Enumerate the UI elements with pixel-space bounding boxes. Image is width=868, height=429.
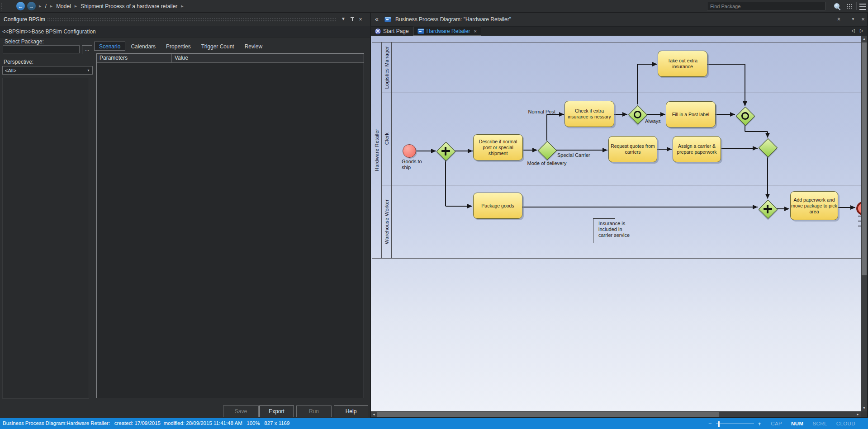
diagram-title-bar: « Business Process Diagram: "Hardware Re… bbox=[371, 13, 868, 27]
run-button[interactable]: Run bbox=[296, 405, 332, 417]
menu-icon[interactable] bbox=[859, 4, 866, 10]
sequence-flow bbox=[637, 64, 637, 104]
collapse-up-icon[interactable]: » bbox=[835, 18, 842, 21]
toggle-cloud[interactable]: CLOUD bbox=[836, 421, 855, 426]
task-describe-if-normal[interactable]: Describe if normal post or special shipm… bbox=[473, 134, 523, 160]
breadcrumb-separator-icon: ▶ bbox=[75, 5, 77, 8]
navigate-back-button[interactable]: ← bbox=[16, 2, 25, 10]
flow-label-always: Always bbox=[645, 118, 668, 124]
arrowhead-icon bbox=[784, 207, 789, 211]
gateway-parallel-6[interactable] bbox=[758, 199, 778, 219]
matrix-grid-icon[interactable] bbox=[847, 4, 852, 9]
package-input[interactable] bbox=[3, 45, 80, 53]
task-assign-a-carrier[interactable]: Assign a carrier & prepare paperwork bbox=[673, 136, 721, 162]
tab-scroll-left-icon[interactable]: ◁ bbox=[851, 28, 855, 33]
task-take-out-extra[interactable]: Take out extra insurance bbox=[658, 51, 707, 77]
flow-label-mode-of-delievery: Mode of delievery bbox=[524, 160, 569, 166]
scroll-right-icon[interactable]: ► bbox=[855, 412, 861, 417]
plus-icon-bar bbox=[445, 147, 446, 156]
breadcrumb-item-shipment-process-of-a-hardware-retailer[interactable]: Shipment Process of a hardware retailer bbox=[81, 3, 177, 9]
search-icon[interactable] bbox=[834, 3, 841, 10]
diagram-canvas[interactable]: Hardware RetailerLogistics ManagerClerkW… bbox=[371, 36, 861, 411]
end-event[interactable] bbox=[856, 202, 861, 215]
horizontal-scrollbar[interactable]: ◄ ► bbox=[371, 411, 861, 417]
scroll-down-icon[interactable]: ▼ bbox=[861, 405, 867, 411]
lane-clerk[interactable]: Clerk bbox=[382, 93, 392, 185]
gateway-inclusive-3[interactable] bbox=[628, 105, 647, 124]
tab-scenario[interactable]: Scenario bbox=[94, 42, 125, 51]
diagram-close-icon[interactable]: × bbox=[859, 16, 867, 23]
panel-title: Configure BPSim bbox=[4, 16, 45, 23]
tab-review[interactable]: Review bbox=[240, 42, 267, 51]
tab-label: Hardware Retailer bbox=[427, 28, 470, 34]
start-event[interactable] bbox=[403, 144, 416, 158]
tab-hardware-retailer[interactable]: Hardware Retailer× bbox=[413, 27, 481, 36]
toggle-num[interactable]: NUM bbox=[791, 421, 803, 426]
task-check-if-extra[interactable]: Check if extra insurance is nessary bbox=[564, 101, 614, 127]
pool-label: Hardware Retailer bbox=[374, 129, 379, 171]
tab-calendars[interactable]: Calendars bbox=[126, 42, 161, 51]
export-button[interactable]: Export bbox=[259, 405, 294, 417]
horizontal-scrollbar-thumb[interactable] bbox=[377, 412, 719, 417]
tab-properties[interactable]: Properties bbox=[161, 42, 196, 51]
lane-label: Logistics Manager bbox=[384, 46, 389, 89]
toggle-scrl[interactable]: SCRL bbox=[812, 421, 827, 426]
gateway-exclusive-2[interactable] bbox=[537, 141, 557, 160]
collapse-left-icon[interactable]: « bbox=[375, 15, 379, 23]
tab-label: Start Page bbox=[383, 28, 409, 34]
package-tree[interactable] bbox=[2, 78, 89, 399]
tab-start-page[interactable]: Start Page bbox=[371, 27, 413, 36]
sequence-flow bbox=[745, 64, 745, 106]
back-arrow-icon: ← bbox=[18, 3, 24, 9]
sequence-flow bbox=[546, 114, 547, 141]
tab-scroll-right-icon[interactable]: ▷ bbox=[860, 28, 863, 33]
tab-trigger-count[interactable]: Trigger Count bbox=[196, 42, 239, 51]
help-button[interactable]: Help bbox=[334, 405, 368, 417]
arrowhead-icon bbox=[559, 112, 564, 117]
forward-arrow-icon: → bbox=[29, 3, 34, 9]
panel-title-dots bbox=[47, 18, 337, 22]
toggle-cap[interactable]: CAP bbox=[771, 421, 782, 426]
task-add-paperwork-and[interactable]: Add paperwork and move package to pick a… bbox=[790, 191, 838, 220]
arrowhead-icon bbox=[765, 194, 770, 199]
gateway-parallel-1[interactable] bbox=[436, 141, 455, 161]
lane-warehouse-worker[interactable]: Warehouse Worker bbox=[382, 185, 392, 258]
task-request-quotes-from[interactable]: Request quotes from carriers bbox=[608, 136, 657, 162]
gateway-exclusive-5[interactable] bbox=[758, 138, 778, 157]
arrowhead-icon bbox=[667, 147, 672, 151]
gateway-inclusive-4[interactable] bbox=[735, 106, 755, 126]
pool-hardware-retailer[interactable]: Hardware Retailer bbox=[372, 42, 382, 258]
task-package-goods[interactable]: Package goods bbox=[473, 193, 522, 219]
save-button[interactable]: Save bbox=[223, 405, 259, 417]
scroll-up-icon[interactable]: ▲ bbox=[861, 36, 867, 42]
toolbar-grip-icon[interactable] bbox=[1, 2, 3, 10]
lane-label: Clerk bbox=[384, 132, 389, 145]
task-fill-in-a-post-label[interactable]: Fill in a Post label bbox=[666, 101, 716, 127]
perspective-select[interactable]: <All> ▼ bbox=[2, 66, 93, 75]
zoom-in-icon[interactable]: + bbox=[758, 420, 762, 427]
navigate-forward-button[interactable]: → bbox=[27, 2, 36, 10]
breadcrumb-item-model[interactable]: Model bbox=[56, 3, 71, 9]
diagram-panel: « Business Process Diagram: "Hardware Re… bbox=[371, 13, 868, 418]
parameters-table[interactable]: Parameters Value bbox=[96, 53, 364, 398]
column-value[interactable]: Value bbox=[172, 54, 364, 62]
breadcrumb-root[interactable]: / bbox=[45, 3, 46, 9]
title-chevron-down-icon[interactable]: ▼ bbox=[849, 17, 857, 21]
vertical-scrollbar[interactable]: ▲ ▼ bbox=[861, 36, 867, 411]
column-parameters[interactable]: Parameters bbox=[97, 54, 172, 62]
find-package-input[interactable] bbox=[707, 2, 825, 10]
close-tab-icon[interactable]: × bbox=[474, 28, 476, 34]
zoom-slider[interactable] bbox=[716, 424, 754, 424]
browse-package-button[interactable]: ... bbox=[82, 45, 92, 54]
pin-icon[interactable] bbox=[350, 17, 355, 22]
scroll-left-icon[interactable]: ◄ bbox=[371, 412, 377, 417]
panel-menu-chevron-down-icon[interactable]: ▼ bbox=[340, 16, 346, 21]
zoom-out-icon[interactable]: − bbox=[708, 420, 712, 427]
vertical-scrollbar-thumb[interactable] bbox=[862, 42, 867, 275]
panel-close-icon[interactable]: × bbox=[357, 16, 364, 23]
lane-logistics-manager[interactable]: Logistics Manager bbox=[382, 42, 392, 93]
sequence-flow bbox=[745, 125, 745, 132]
sequence-flow bbox=[767, 157, 768, 198]
zoom-slider-thumb[interactable] bbox=[718, 421, 720, 427]
start-page-icon bbox=[375, 28, 381, 34]
